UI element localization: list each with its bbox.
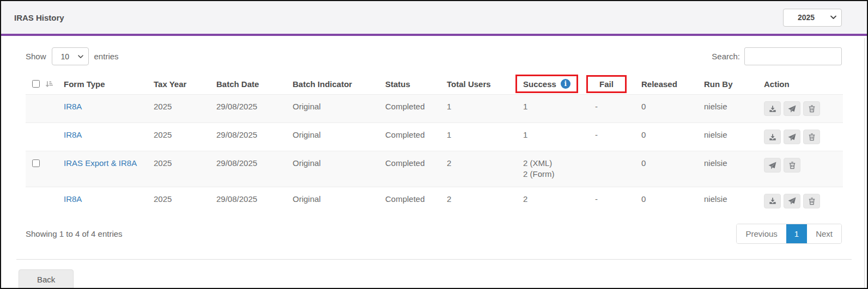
trash-icon: [808, 104, 816, 113]
run-by-cell: nielsie: [704, 123, 764, 151]
delete-button[interactable]: [784, 158, 800, 173]
tax-year-cell: 2025: [154, 123, 216, 151]
table-controls: Show 10 entries Search:: [26, 47, 842, 65]
batch-indicator-cell: Original: [293, 151, 385, 187]
send-icon: [788, 105, 796, 113]
action-buttons: [764, 101, 840, 116]
page-title: IRAS History: [14, 13, 64, 22]
iras-history-table: Form Type Tax Year Batch Date Batch Indi…: [26, 73, 843, 215]
success-line: 2 (XML): [523, 158, 592, 169]
next-button[interactable]: Next: [807, 224, 841, 243]
released-cell: 0: [641, 151, 704, 187]
delete-button[interactable]: [803, 130, 820, 144]
column-header-success[interactable]: Success i: [523, 73, 595, 95]
success-cell: 2 (XML) 2 (Form): [523, 151, 595, 187]
send-button[interactable]: [784, 130, 800, 144]
page-size-select-wrap: 10: [52, 47, 89, 65]
fail-header-label: Fail: [599, 79, 614, 89]
column-header-batch-indicator[interactable]: Batch Indicator: [293, 73, 385, 95]
run-by-cell: nielsie: [704, 151, 764, 187]
table-row: IR8A 2025 29/08/2025 Original Completed …: [26, 187, 843, 215]
entries-label: entries: [94, 52, 119, 61]
search-control: Search:: [712, 47, 842, 65]
delete-button[interactable]: [803, 101, 820, 116]
send-icon: [788, 133, 796, 141]
released-cell: 0: [641, 95, 704, 123]
batch-indicator-cell: Original: [293, 187, 385, 215]
total-users-cell: 2: [447, 151, 523, 187]
released-cell: 0: [641, 187, 704, 215]
send-button[interactable]: [784, 194, 800, 208]
download-button[interactable]: [764, 101, 781, 116]
run-by-cell: nielsie: [704, 95, 764, 123]
year-select-wrap: 2025: [783, 9, 842, 27]
search-label: Search:: [712, 52, 740, 61]
success-cell: 1: [523, 95, 595, 123]
form-type-link[interactable]: IR8A: [64, 194, 82, 204]
send-button[interactable]: [784, 101, 800, 116]
batch-date-cell: 29/08/2025: [216, 187, 293, 215]
trash-icon: [808, 197, 816, 205]
delete-button[interactable]: [803, 194, 820, 208]
action-buttons: [764, 158, 840, 173]
batch-indicator-cell: Original: [293, 123, 385, 151]
column-header-action: Action: [764, 73, 843, 95]
form-type-link[interactable]: IR8A: [64, 102, 82, 111]
show-label: Show: [26, 52, 46, 61]
batch-date-cell: 29/08/2025: [216, 151, 293, 187]
status-cell: Completed: [385, 123, 447, 151]
form-type-link[interactable]: IR8A: [64, 130, 82, 139]
tax-year-cell: 2025: [154, 187, 216, 215]
select-all-checkbox[interactable]: [32, 80, 40, 88]
status-cell: Completed: [385, 187, 447, 215]
success-cell: 1: [523, 123, 595, 151]
previous-button[interactable]: Previous: [737, 224, 786, 243]
column-header-tax-year[interactable]: Tax Year: [154, 73, 216, 95]
column-header-status[interactable]: Status: [385, 73, 447, 95]
action-buttons: [764, 194, 840, 208]
trash-icon: [808, 133, 816, 141]
form-type-link[interactable]: IRAS Export & IR8A: [64, 158, 137, 168]
batch-indicator-cell: Original: [293, 95, 385, 123]
year-select[interactable]: 2025: [783, 9, 842, 27]
column-header-run-by[interactable]: Run By: [704, 73, 764, 95]
page-size-select[interactable]: 10: [52, 47, 89, 65]
page-frame: IRAS History 2025 Show 10 entries Sea: [0, 0, 868, 289]
row-select-checkbox[interactable]: [32, 159, 40, 167]
fail-cell: -: [595, 187, 641, 215]
send-button[interactable]: [764, 158, 781, 173]
tax-year-cell: 2025: [154, 151, 216, 187]
download-icon: [769, 133, 776, 141]
column-header-batch-date[interactable]: Batch Date: [216, 73, 293, 95]
sort-amount-icon[interactable]: [45, 80, 53, 88]
trash-icon: [788, 161, 796, 169]
send-icon: [788, 197, 796, 205]
column-header-total-users[interactable]: Total Users: [447, 73, 523, 95]
search-input[interactable]: [744, 47, 842, 65]
download-button[interactable]: [764, 130, 781, 144]
column-header-released[interactable]: Released: [641, 73, 704, 95]
download-button[interactable]: [764, 194, 781, 208]
back-button[interactable]: Back: [19, 269, 74, 289]
main-content: Show 10 entries Search:: [1, 47, 867, 244]
download-icon: [769, 105, 776, 113]
success-cell: 2: [523, 187, 595, 215]
column-header-form-type[interactable]: Form Type: [64, 73, 154, 95]
send-icon: [768, 162, 776, 169]
info-icon[interactable]: i: [561, 79, 570, 89]
page-1-button[interactable]: 1: [786, 224, 807, 243]
table-row: IR8A 2025 29/08/2025 Original Completed …: [26, 95, 843, 123]
table-row: IRAS Export & IR8A 2025 29/08/2025 Origi…: [26, 151, 843, 187]
total-users-cell: 1: [447, 95, 523, 123]
download-icon: [769, 197, 776, 205]
column-header-fail[interactable]: Fail: [595, 73, 641, 95]
total-users-cell: 1: [447, 123, 523, 151]
action-buttons: [764, 130, 840, 144]
released-cell: 0: [641, 123, 704, 151]
table-row: IR8A 2025 29/08/2025 Original Completed …: [26, 123, 843, 151]
success-highlight-box: Success i: [515, 75, 578, 93]
table-header-row: Form Type Tax Year Batch Date Batch Indi…: [26, 73, 843, 95]
success-header-label: Success: [523, 79, 556, 89]
fail-cell: -: [595, 123, 641, 151]
scrollbar-track[interactable]: [864, 38, 865, 288]
